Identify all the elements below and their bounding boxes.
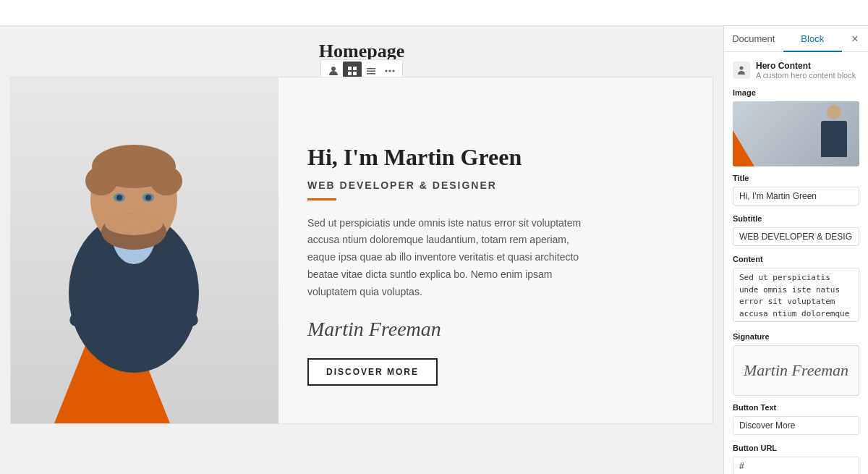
tab-document[interactable]: Document (724, 26, 783, 52)
person-figure (18, 77, 278, 423)
hero-discover-button[interactable]: DISCOVER MORE (307, 358, 438, 386)
svg-rect-5 (367, 68, 375, 69)
svg-point-0 (331, 67, 336, 71)
panel-content-wrapper: Hero Content A custom hero content block… (724, 52, 868, 474)
block-info-name: Hero Content (756, 61, 856, 71)
hero-subtitle: WEB DEVELOPER & DESIGNER (307, 179, 684, 191)
editor-area: Homepage (0, 26, 723, 474)
svg-point-26 (740, 67, 744, 70)
button-url-input[interactable] (733, 457, 859, 474)
hero-divider (307, 198, 336, 200)
title-input[interactable] (733, 187, 859, 206)
svg-rect-2 (353, 67, 357, 70)
svg-point-22 (145, 195, 151, 200)
hero-body: Sed ut perspiciatis unde omnis iste natu… (307, 215, 582, 301)
svg-point-18 (150, 166, 182, 195)
svg-point-9 (389, 70, 391, 72)
section-label-title: Title (733, 174, 859, 182)
signature-box[interactable]: Martin Freeman (733, 345, 859, 396)
block-info: Hero Content A custom hero content block (733, 61, 859, 80)
content-textarea[interactable] (733, 268, 859, 322)
right-panel: Document Block × Hero Content A c (723, 26, 868, 474)
svg-rect-4 (353, 72, 357, 75)
section-label-content: Content (733, 255, 859, 263)
panel-content: Hero Content A custom hero content block… (724, 52, 868, 474)
svg-rect-3 (348, 72, 352, 75)
block-toolbar (0, 68, 723, 77)
hero-name: Hi, I'm Martin Green (307, 144, 684, 171)
section-label-button-text: Button Text (733, 403, 859, 412)
svg-point-10 (393, 70, 395, 72)
section-label-signature: Signature (733, 332, 859, 341)
thumb-body (821, 121, 847, 157)
block-info-desc: A custom hero content block (756, 71, 856, 80)
button-text-input[interactable] (733, 416, 859, 435)
thumb-head (827, 105, 841, 119)
svg-point-8 (386, 70, 388, 72)
subtitle-input[interactable] (733, 227, 859, 246)
block-info-text: Hero Content A custom hero content block (756, 61, 856, 80)
section-label-button-url: Button URL (733, 444, 859, 452)
main-layout: Homepage (0, 26, 868, 474)
image-thumbnail[interactable] (733, 101, 859, 166)
panel-tabs: Document Block × (724, 26, 868, 52)
svg-point-21 (116, 195, 122, 200)
hero-block: Hi, I'm Martin Green WEB DEVELOPER & DES… (10, 77, 713, 424)
thumb-person (816, 105, 852, 166)
panel-close-button[interactable]: × (842, 26, 868, 51)
section-label-subtitle: Subtitle (733, 214, 859, 223)
section-label-image: Image (733, 88, 859, 97)
thumb-orange (733, 130, 754, 166)
hero-content-side: Hi, I'm Martin Green WEB DEVELOPER & DES… (278, 77, 712, 423)
hero-signature: Martin Freeman (307, 318, 684, 341)
hero-image-side (11, 77, 278, 423)
svg-rect-1 (348, 67, 352, 70)
block-hero-icon (733, 62, 750, 79)
svg-point-25 (119, 215, 148, 227)
tab-block[interactable]: Block (783, 26, 843, 52)
svg-point-17 (85, 166, 117, 195)
top-bar (0, 0, 868, 26)
svg-rect-7 (367, 73, 375, 75)
svg-rect-6 (367, 71, 375, 72)
